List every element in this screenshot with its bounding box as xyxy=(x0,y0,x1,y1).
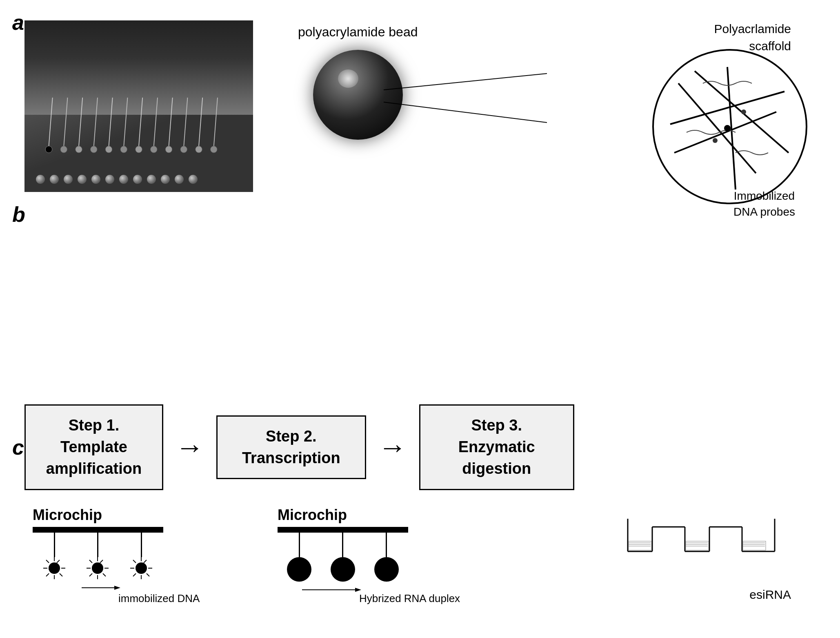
svg-point-23 xyxy=(210,146,217,153)
svg-line-1 xyxy=(64,98,67,146)
svg-line-10 xyxy=(199,98,202,146)
svg-line-25 xyxy=(384,102,547,123)
svg-point-19 xyxy=(150,146,157,153)
svg-point-33 xyxy=(713,138,718,143)
panel-a: polyacrylamide bead Polyacrlamide scaffo… xyxy=(0,8,840,204)
svg-line-3 xyxy=(94,98,98,146)
svg-point-17 xyxy=(120,146,127,153)
svg-line-6 xyxy=(139,98,142,146)
svg-point-22 xyxy=(196,146,202,153)
svg-point-13 xyxy=(60,146,67,153)
bead-label: polyacrylamide bead xyxy=(298,25,418,40)
svg-line-0 xyxy=(49,98,53,146)
svg-line-26 xyxy=(678,83,756,173)
svg-point-31 xyxy=(724,125,731,132)
svg-line-4 xyxy=(109,98,113,146)
svg-line-8 xyxy=(169,98,173,146)
svg-line-9 xyxy=(184,98,187,146)
svg-point-20 xyxy=(165,146,172,153)
svg-line-11 xyxy=(214,98,218,146)
svg-point-15 xyxy=(90,146,97,153)
svg-point-21 xyxy=(180,146,187,153)
svg-point-12 xyxy=(45,146,52,153)
svg-point-18 xyxy=(136,146,142,153)
svg-line-27 xyxy=(670,91,784,124)
panel-b: Step 1.Templateamplification → Step 2.Tr… xyxy=(0,200,840,437)
svg-line-2 xyxy=(79,98,82,146)
scaffold-circle xyxy=(652,49,807,204)
panel-c: Amplification Products L1 L2 Transcripti… xyxy=(0,433,840,633)
svg-point-14 xyxy=(76,146,82,153)
svg-line-7 xyxy=(154,98,158,146)
svg-point-16 xyxy=(105,146,112,153)
svg-line-5 xyxy=(124,98,127,146)
svg-line-24 xyxy=(384,74,547,90)
svg-point-32 xyxy=(741,109,746,114)
